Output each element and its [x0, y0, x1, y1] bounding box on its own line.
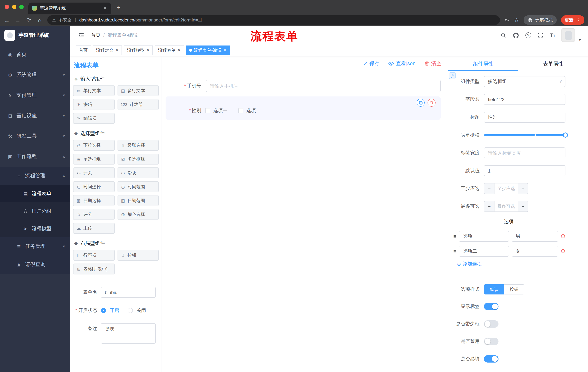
- remove-option-icon[interactable]: ⊖: [560, 248, 566, 254]
- status-off-label[interactable]: 关闭: [136, 307, 146, 314]
- sidebar-item-payment[interactable]: ¥ 支付管理 ∨: [0, 85, 70, 106]
- bookmark-star-icon[interactable]: ☆: [514, 17, 519, 23]
- sidebar-item-workflow[interactable]: ▣ 工作流程 ∧: [0, 146, 70, 167]
- required-toggle[interactable]: [484, 355, 498, 362]
- forward-icon[interactable]: →: [15, 17, 21, 23]
- clear-button[interactable]: 清空: [424, 60, 441, 67]
- close-icon[interactable]: ✕: [177, 48, 181, 53]
- view-json-button[interactable]: 查看json: [388, 60, 416, 67]
- avatar-caret-icon[interactable]: ▼: [578, 38, 581, 42]
- palette-item-row-container[interactable]: ◫行容器: [73, 250, 115, 261]
- slider-handle[interactable]: [563, 132, 568, 138]
- minimize-window-button[interactable]: [12, 5, 16, 9]
- copy-widget-button[interactable]: [417, 99, 425, 107]
- default-value-input[interactable]: [484, 165, 566, 176]
- palette-item-date[interactable]: ▦日期选择: [73, 195, 115, 206]
- gender-option-2[interactable]: 选项二: [238, 107, 261, 114]
- style-button-button[interactable]: 按钮: [504, 284, 524, 295]
- status-off-radio[interactable]: [128, 308, 133, 313]
- link-icon-button[interactable]: [449, 73, 456, 79]
- option-value-input[interactable]: [512, 231, 558, 242]
- github-icon[interactable]: [513, 32, 519, 38]
- close-icon[interactable]: ✕: [146, 48, 149, 53]
- minus-button[interactable]: −: [484, 183, 494, 194]
- drag-handle-icon[interactable]: ≡: [453, 248, 456, 254]
- palette-item-slider[interactable]: ⊷滑块: [117, 167, 159, 178]
- palette-item-button[interactable]: ☝按钮: [117, 250, 159, 261]
- address-bar[interactable]: ⚠ 不安全 | dashboard.yudao.iocoder.cn/bpm/m…: [47, 15, 500, 25]
- tab-component-props[interactable]: 组件属性: [448, 56, 518, 71]
- style-default-button[interactable]: 默认: [484, 284, 504, 295]
- sidebar-item-process-form[interactable]: ▤ 流程表单: [0, 185, 70, 202]
- option-value-input[interactable]: [512, 246, 558, 257]
- option-label-input[interactable]: [459, 231, 509, 242]
- tag-process-definition[interactable]: 流程定义✕: [93, 45, 122, 55]
- component-type-select[interactable]: [484, 76, 566, 87]
- back-icon[interactable]: ←: [4, 17, 10, 23]
- remove-option-icon[interactable]: ⊖: [560, 233, 566, 239]
- browser-home-icon[interactable]: ⌂: [36, 17, 43, 23]
- disabled-toggle[interactable]: [484, 338, 498, 345]
- help-icon[interactable]: ?: [525, 32, 531, 38]
- browser-menu-icon[interactable]: ⋮: [576, 17, 581, 23]
- sidebar-item-infra[interactable]: ⊡ 基础设施 ∨: [0, 106, 70, 126]
- palette-item-select[interactable]: ◎下拉选择: [73, 140, 115, 151]
- palette-item-date-range[interactable]: ▥日期范围: [117, 195, 159, 206]
- palette-item-counter[interactable]: 123计数器: [117, 99, 159, 110]
- security-warning-icon[interactable]: ⚠: [52, 18, 56, 22]
- palette-item-cascader[interactable]: ⋔级联选择: [117, 140, 159, 151]
- sidebar-item-home[interactable]: ◉ 首页: [0, 44, 70, 65]
- palette-item-editor[interactable]: ✎编辑器: [73, 113, 115, 124]
- min-select-input[interactable]: [494, 183, 518, 194]
- save-button[interactable]: ✓ 保存: [363, 60, 379, 67]
- sidebar-item-user-group[interactable]: ⚇ 用户分组: [0, 202, 70, 220]
- checkbox-icon[interactable]: [205, 108, 210, 113]
- delete-widget-button[interactable]: [428, 99, 436, 107]
- canvas-item-phone[interactable]: 手机号: [166, 80, 441, 92]
- font-size-icon[interactable]: TT: [550, 32, 556, 38]
- key-icon[interactable]: [504, 17, 510, 23]
- browser-update-button[interactable]: 更新 ⋮: [561, 15, 584, 25]
- show-label-toggle[interactable]: [484, 303, 498, 310]
- checkbox-icon[interactable]: [238, 108, 243, 113]
- tag-process-form-edit[interactable]: 流程表单-编辑✕: [186, 45, 230, 55]
- grid-slider[interactable]: [484, 130, 566, 140]
- gender-option-1[interactable]: 选项一: [205, 107, 227, 114]
- plus-button[interactable]: +: [518, 201, 528, 212]
- breadcrumb-home[interactable]: 首页: [91, 32, 100, 38]
- sidebar-item-devtools[interactable]: ⚒ 研发工具 ∨: [0, 126, 70, 146]
- new-tab-button[interactable]: +: [116, 4, 120, 11]
- palette-item-upload[interactable]: ☁上传: [73, 223, 115, 234]
- palette-item-rate[interactable]: ☆评分: [73, 209, 115, 220]
- close-window-button[interactable]: [5, 5, 9, 9]
- palette-item-switch[interactable]: ⊶开关: [73, 167, 115, 178]
- fullscreen-icon[interactable]: [537, 32, 544, 38]
- tab-form-props[interactable]: 表单属性: [518, 56, 588, 71]
- close-icon[interactable]: ✕: [115, 48, 119, 53]
- status-on-radio[interactable]: [101, 308, 106, 313]
- add-option-button[interactable]: ⊕ 添加选项: [452, 261, 566, 267]
- avatar[interactable]: [561, 28, 575, 42]
- field-name-input[interactable]: [484, 94, 566, 105]
- zoom-window-button[interactable]: [19, 5, 24, 9]
- form-canvas[interactable]: 手机号: [162, 71, 448, 372]
- palette-item-password[interactable]: ✱密码: [73, 99, 115, 110]
- reload-icon[interactable]: ⟳: [25, 17, 32, 23]
- palette-item-single-text[interactable]: ▭单行文本: [73, 85, 115, 96]
- remark-textarea[interactable]: 嘿嘿: [101, 323, 156, 344]
- palette-item-multi-text[interactable]: ▤多行文本: [117, 85, 159, 96]
- palette-item-time[interactable]: ◷时间选择: [73, 181, 115, 192]
- title-input[interactable]: [484, 112, 566, 123]
- browser-tab[interactable]: 芋道管理系统 ✕: [28, 2, 111, 14]
- close-icon[interactable]: ✕: [223, 48, 227, 53]
- minus-button[interactable]: −: [484, 201, 494, 212]
- option-label-input[interactable]: [459, 246, 509, 257]
- sidebar-item-task-manage[interactable]: ≣ 任务管理 ∨: [0, 237, 70, 255]
- drag-handle-icon[interactable]: ≡: [453, 233, 456, 239]
- sidebar-item-process-model[interactable]: ➤ 流程模型: [0, 220, 70, 237]
- search-icon[interactable]: [500, 32, 506, 38]
- with-border-toggle[interactable]: [484, 320, 498, 328]
- palette-item-table[interactable]: ⊞表格[开发中]: [73, 264, 115, 275]
- palette-item-radio-group[interactable]: ◉单选框组: [73, 154, 115, 165]
- tag-home[interactable]: 首页: [76, 45, 91, 55]
